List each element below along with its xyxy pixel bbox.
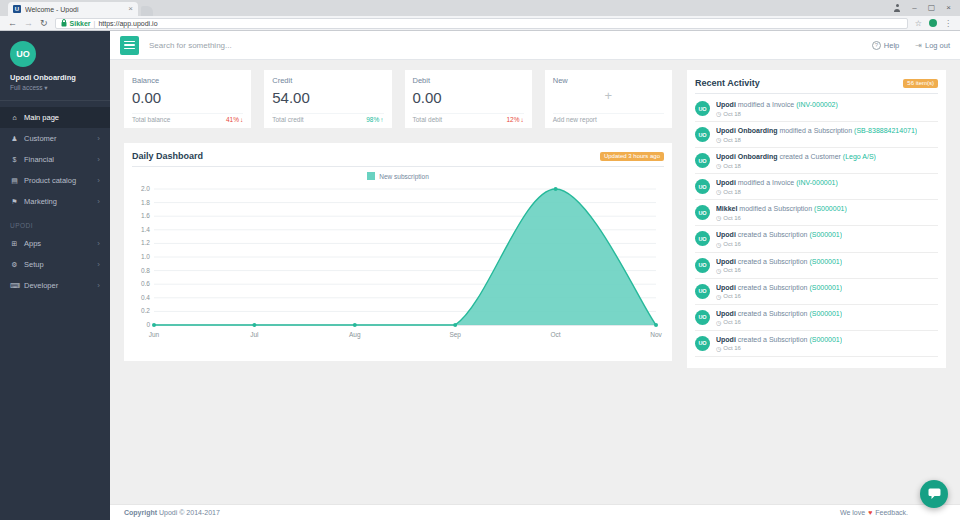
chat-button[interactable] [920, 480, 948, 508]
activity-link[interactable]: (S000001) [809, 284, 842, 291]
sidebar-item-label: Marketing [24, 197, 57, 206]
activity-list: UO Upodi modified a Invoice (INV-000002)… [695, 96, 938, 357]
forward-button[interactable]: → [24, 19, 33, 28]
chevron-right-icon: › [97, 240, 100, 248]
sidebar-item-marketing[interactable]: ⚑ Marketing › [0, 191, 110, 212]
sidebar-item-apps[interactable]: ⊞ Apps › [0, 233, 110, 254]
activity-link[interactable]: (INV-000001) [796, 179, 838, 186]
refresh-button[interactable]: ↻ [40, 19, 48, 28]
activity-actor: Upodi Onboarding [716, 153, 777, 160]
stat-title: Credit [272, 76, 383, 85]
clock-icon: ◷ [716, 345, 721, 352]
avatar: UO [695, 284, 710, 299]
activity-text: created a Subscription [738, 258, 808, 265]
logout-icon: ⇥ [915, 41, 922, 50]
activity-date: ◷ Oct 16 [716, 345, 842, 352]
maximize-button[interactable]: ▢ [928, 4, 936, 12]
stat-value: 54.00 [272, 89, 383, 106]
extension-icon[interactable] [929, 19, 937, 27]
footer: Copyright Upodi © 2014-2017 We love ♥ Fe… [110, 504, 960, 520]
keyboard-icon: ⌨ [10, 282, 19, 290]
activity-text: modified a Subscription [779, 127, 852, 134]
activity-date: ◷ Oct 16 [716, 241, 842, 248]
menu-toggle-button[interactable] [120, 36, 139, 55]
stat-subtitle: Total debit [413, 116, 443, 123]
subscription-area-chart: 00.20.40.60.81.01.21.41.61.82.0JunJulAug… [132, 181, 664, 341]
legend-swatch [367, 172, 375, 180]
main-content: Balance 0.00 Total balance 41%↓ Credit 5… [110, 60, 960, 504]
upodi-favicon: U [13, 5, 21, 13]
panel-title: Recent Activity [695, 78, 760, 88]
arrow-down-icon: ↓ [240, 116, 243, 123]
stat-subtitle: Total credit [272, 116, 303, 123]
activity-actor: Mikkel [716, 205, 737, 212]
address-bar[interactable]: Sikker | https://app.upodi.io [55, 18, 908, 29]
svg-text:0.8: 0.8 [141, 267, 150, 274]
sidebar-item-main-page[interactable]: ⌂ Main page [0, 107, 110, 128]
bookmark-star-icon[interactable]: ☆ [915, 19, 922, 28]
close-button[interactable]: × [946, 4, 951, 12]
sidebar-item-developer[interactable]: ⌨ Developer › [0, 275, 110, 296]
stats-row: Balance 0.00 Total balance 41%↓ Credit 5… [124, 70, 672, 128]
minimize-button[interactable]: – [912, 4, 916, 12]
sidebar-item-financial[interactable]: $ Financial › [0, 149, 110, 170]
browser-titlebar: U Welcome - Upodi × – ▢ × [0, 0, 960, 16]
stat-card-new-report[interactable]: New + Add new report [545, 70, 672, 128]
plus-icon[interactable]: + [553, 88, 664, 103]
activity-link[interactable]: (SB-838884214071) [854, 127, 917, 134]
clock-icon: ◷ [716, 110, 721, 117]
activity-item[interactable]: UO Upodi created a Subscription (S000001… [695, 331, 938, 357]
sidebar-item-product-catalog[interactable]: ▤ Product catalog › [0, 170, 110, 191]
activity-item[interactable]: UO Upodi created a Subscription (S000001… [695, 305, 938, 331]
avatar: UO [695, 127, 710, 142]
activity-link[interactable]: (Lego A/S) [843, 153, 876, 160]
avatar: UO [695, 231, 710, 246]
secure-lock-icon[interactable] [61, 19, 67, 27]
gear-icon: ⚙ [10, 261, 19, 269]
activity-item[interactable]: UO Upodi Onboarding created a Customer (… [695, 148, 938, 174]
stat-value: 0.00 [132, 89, 243, 106]
help-button[interactable]: ? Help [872, 41, 899, 50]
copyright-text: Copyright Upodi © 2014-2017 [124, 509, 220, 516]
sidebar-user-block: UO Upodi Onboarding Full access ▾ [0, 31, 110, 101]
chat-bubble-icon [928, 488, 941, 500]
logout-button[interactable]: ⇥ Log out [915, 41, 950, 50]
activity-link[interactable]: (INV-000002) [796, 101, 838, 108]
sidebar-item-setup[interactable]: ⚙ Setup › [0, 254, 110, 275]
back-button[interactable]: ← [8, 19, 17, 28]
clock-icon: ◷ [716, 214, 721, 221]
tab-close-icon[interactable]: × [128, 5, 133, 13]
activity-link[interactable]: (S000001) [809, 231, 842, 238]
user-role-dropdown[interactable]: Full access ▾ [10, 84, 100, 92]
activity-link[interactable]: (S000001) [809, 258, 842, 265]
activity-link[interactable]: (S000001) [809, 336, 842, 343]
activity-item[interactable]: UO Upodi Onboarding modified a Subscript… [695, 122, 938, 148]
stat-change: 98%↑ [366, 116, 383, 123]
browser-menu-icon[interactable]: ⋮ [944, 19, 952, 28]
activity-item[interactable]: UO Mikkel modified a Subscription (S0000… [695, 200, 938, 226]
browser-toolbar: ← → ↻ Sikker | https://app.upodi.io ☆ ⋮ [0, 16, 960, 31]
home-icon: ⌂ [10, 114, 19, 121]
activity-link[interactable]: (S000001) [814, 205, 847, 212]
activity-item[interactable]: UO Upodi modified a Invoice (INV-000001)… [695, 174, 938, 200]
clock-icon: ◷ [716, 162, 721, 169]
legend-label: New subscription [379, 173, 429, 180]
activity-item[interactable]: UO Upodi created a Subscription (S000001… [695, 226, 938, 252]
activity-item[interactable]: UO Upodi created a Subscription (S000001… [695, 279, 938, 305]
stat-title: Debit [413, 76, 524, 85]
sidebar-section-label: UPODI [0, 212, 110, 233]
updated-badge: Updated 3 hours ago [600, 152, 664, 161]
activity-date: ◷ Oct 16 [716, 267, 842, 274]
svg-text:1.6: 1.6 [141, 212, 150, 219]
svg-text:0.2: 0.2 [141, 307, 150, 314]
search-input[interactable] [149, 41, 862, 50]
activity-link[interactable]: (S000001) [809, 310, 842, 317]
activity-item[interactable]: UO Upodi created a Subscription (S000001… [695, 253, 938, 279]
sidebar-item-customer[interactable]: ♟ Customer › [0, 128, 110, 149]
new-tab-button[interactable] [141, 6, 153, 16]
stat-subtitle: Add new report [553, 116, 597, 123]
profile-icon[interactable] [893, 4, 901, 12]
sidebar-nav: ⌂ Main page ♟ Customer › $ Financial › ▤… [0, 107, 110, 296]
activity-item[interactable]: UO Upodi modified a Invoice (INV-000002)… [695, 96, 938, 122]
browser-tab[interactable]: U Welcome - Upodi × [8, 2, 138, 16]
